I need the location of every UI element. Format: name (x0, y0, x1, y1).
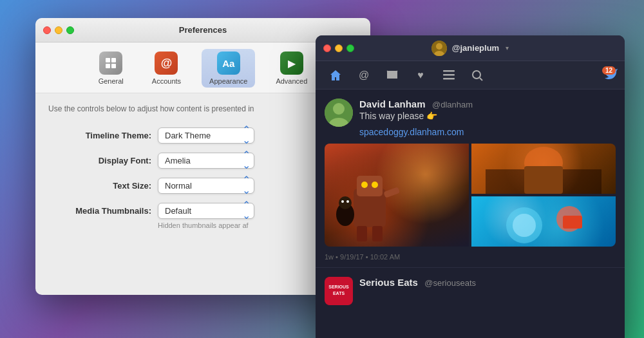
advanced-icon: ▶ (280, 52, 303, 75)
svg-rect-0 (106, 58, 110, 62)
svg-rect-1 (111, 58, 116, 62)
twitter-username: @janieplum (452, 43, 499, 53)
tw-minimize-button[interactable] (335, 44, 343, 52)
toolbar-item-advanced[interactable]: ▶ Advanced (268, 49, 315, 88)
media-thumbnails-select[interactable]: Default (158, 203, 254, 219)
general-label: General (99, 77, 124, 85)
text-size-select[interactable]: Normal (158, 178, 254, 194)
tw-close-button[interactable] (323, 44, 331, 52)
maximize-button[interactable] (66, 26, 74, 34)
serious-eats-avatar: SERIOUS EATS (325, 277, 353, 305)
display-font-label: Display Font: (48, 156, 151, 165)
toolbar-item-general[interactable]: General (91, 49, 131, 88)
tweet-timestamp: 1w • 9/19/17 • 10:02 AM (325, 253, 616, 261)
advanced-label: Advanced (276, 77, 307, 85)
svg-rect-28 (524, 166, 563, 194)
svg-rect-20 (372, 226, 383, 241)
minimize-button[interactable] (55, 26, 62, 34)
tweet-text: This way please 👉 (359, 110, 616, 123)
preferences-description: Use the controls below to adjust how con… (48, 104, 357, 115)
svg-rect-21 (383, 187, 400, 198)
preferences-hint: Hidden thumbnails appear af (48, 221, 357, 229)
tweet-card-1: David Lanham @dlanham This way please 👉 … (316, 89, 625, 268)
svg-rect-8 (443, 74, 455, 76)
svg-rect-3 (111, 64, 116, 68)
svg-point-23 (339, 196, 352, 209)
close-button[interactable] (43, 26, 51, 34)
text-size-row: Text Size: Normal ⌃⌄ (48, 178, 357, 194)
media-thumbnails-row: Media Thumbnails: Default ⌃⌄ (48, 203, 357, 219)
display-font-select-wrapper: Amelia ⌃⌄ (158, 153, 254, 169)
timeline-theme-select-wrapper: Dark Theme ⌃⌄ (158, 127, 254, 144)
twitter-navbar: @ ♥ 12 (316, 61, 625, 89)
text-size-select-wrapper: Normal ⌃⌄ (158, 178, 254, 194)
tweet-card-serious-eats: SERIOUS EATS Serious Eats @seriouseats (316, 268, 625, 312)
svg-point-10 (473, 71, 480, 79)
serious-eats-name: Serious Eats (359, 277, 418, 288)
timeline-theme-select[interactable]: Dark Theme (158, 127, 254, 144)
tweet-avatar (325, 99, 353, 127)
image-decoration-main (325, 144, 469, 247)
svg-point-13 (333, 103, 345, 115)
accounts-icon: @ (155, 52, 178, 75)
svg-point-17 (361, 182, 368, 188)
preferences-form: Timeline Theme: Dark Theme ⌃⌄ Display Fo… (48, 127, 357, 219)
toolbar-item-accounts[interactable]: @ Accounts (144, 49, 189, 88)
tweet-meta: David Lanham @dlanham This way please 👉 … (359, 99, 616, 137)
tweet-header: David Lanham @dlanham This way please 👉 … (325, 99, 616, 137)
general-icon (99, 52, 122, 75)
nav-home-button[interactable] (322, 64, 349, 87)
svg-point-5 (436, 43, 442, 50)
display-font-select[interactable]: Amelia (158, 153, 254, 169)
tweet-author-name: David Lanham (359, 99, 426, 109)
svg-rect-19 (357, 226, 367, 241)
timeline-theme-label: Timeline Theme: (48, 131, 151, 140)
tw-traffic-lights (323, 44, 354, 52)
svg-rect-33 (563, 216, 582, 229)
media-thumbnails-label: Media Thumbnails: (48, 206, 151, 216)
notification-badge: 12 (602, 66, 616, 75)
nav-lists-button[interactable] (435, 64, 462, 87)
twitter-user-info[interactable]: @janieplum ▾ (431, 41, 509, 56)
twitter-feed: David Lanham @dlanham This way please 👉 … (316, 89, 625, 312)
traffic-lights (43, 26, 74, 34)
appearance-label: Appearance (209, 77, 247, 85)
tweet-images (325, 144, 616, 247)
nav-likes-button[interactable]: ♥ (407, 64, 434, 87)
svg-point-18 (372, 182, 378, 188)
twitter-window: @janieplum ▾ @ ♥ (316, 35, 625, 338)
display-font-row: Display Font: Amelia ⌃⌄ (48, 153, 357, 169)
nav-mentions-button[interactable]: @ (350, 64, 377, 87)
tweet-image-bottom-right (471, 196, 616, 247)
tweet-image-main (325, 144, 469, 247)
svg-point-31 (513, 214, 536, 237)
tweet-author-handle: @dlanham (432, 100, 473, 109)
accounts-label: Accounts (152, 77, 181, 85)
timeline-theme-row: Timeline Theme: Dark Theme ⌃⌄ (48, 127, 357, 144)
svg-rect-2 (106, 64, 110, 68)
twitter-avatar (431, 41, 447, 56)
toolbar-item-appearance[interactable]: Aa Appearance (202, 49, 255, 88)
nav-search-button[interactable] (464, 64, 491, 87)
svg-rect-7 (443, 70, 455, 72)
tweet-link[interactable]: spacedoggy.dlanham.com (359, 127, 616, 137)
svg-point-25 (346, 200, 349, 203)
tweet-image-top-right (471, 144, 616, 194)
appearance-icon: Aa (217, 52, 240, 75)
nav-messages-button[interactable] (379, 64, 406, 87)
svg-text:EATS: EATS (333, 291, 345, 296)
dropdown-arrow-icon: ▾ (506, 44, 509, 52)
media-thumbnails-select-wrapper: Default ⌃⌄ (158, 203, 254, 219)
serious-eats-meta: Serious Eats @seriouseats (359, 277, 476, 288)
tw-maximize-button[interactable] (346, 44, 354, 52)
text-size-label: Text Size: (48, 181, 151, 191)
serious-eats-handle: @seriouseats (424, 278, 476, 288)
image-decoration-bottom-right (471, 196, 616, 247)
svg-rect-9 (443, 78, 455, 80)
svg-rect-16 (357, 176, 383, 196)
window-title: Preferences (179, 25, 227, 35)
image-decoration-top-right (471, 144, 616, 194)
svg-point-24 (341, 200, 344, 203)
svg-text:SERIOUS: SERIOUS (328, 285, 349, 289)
svg-line-11 (480, 78, 482, 80)
